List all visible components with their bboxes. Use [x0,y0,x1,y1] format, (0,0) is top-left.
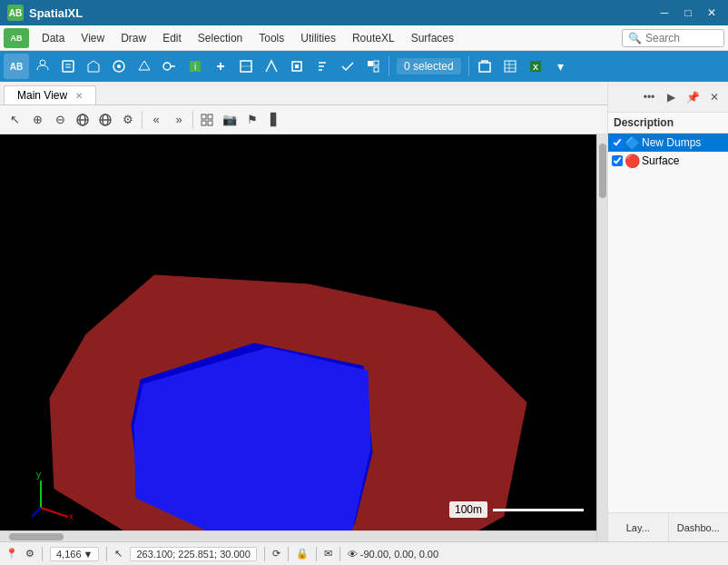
vt-camera-btn[interactable]: 📷 [219,109,241,131]
toolbar-more-btn[interactable]: ▾ [549,55,573,78]
rp-play-btn[interactable]: ▶ [661,87,681,107]
toolbar-btn-3[interactable] [82,55,105,78]
cursor-icon: ↖ [114,548,123,560]
menu-utilities[interactable]: Utilities [293,29,343,47]
rp-close-btn[interactable]: ✕ [704,87,724,107]
layer-name-1: New Dumps [642,136,724,149]
minimize-button[interactable]: ─ [655,4,674,22]
toolbar-btn-1[interactable] [31,55,54,78]
angle-icon: ⟳ [272,548,280,560]
svg-rect-32 [208,114,212,119]
coord-value: 4,166 [56,549,82,560]
layer-visibility-cb-2[interactable] [612,155,623,166]
layer-list: 🔷 New Dumps 🔴 Surface [608,134,728,512]
vt-globe-btn-1[interactable] [72,109,93,131]
canvas-col: 100m y x [0,134,596,541]
rp-more-btn[interactable]: ••• [639,87,659,107]
vt-settings-btn[interactable]: ⚙ [117,109,139,131]
lock-icon: 🔒 [296,548,309,560]
toolbar-table-btn[interactable] [498,55,522,78]
svg-line-40 [41,508,68,517]
coord-display[interactable]: 4,166 ▼ [50,547,99,561]
maximize-button[interactable]: □ [679,4,697,22]
right-panel: ••• ▶ 📌 ✕ Description 🔷 New Dumps 🔴 Surf… [607,82,728,541]
settings-icon: ⚙ [25,548,34,560]
tab-close-icon[interactable]: ✕ [75,91,83,101]
svg-point-7 [163,63,171,70]
toolbar-btn-2[interactable] [56,55,80,78]
menu-draw[interactable]: Draw [113,29,153,47]
close-button[interactable]: ✕ [703,4,721,22]
app-title: SpatialXL [29,6,83,20]
svg-text:X: X [533,63,538,72]
menu-surfaces[interactable]: Surfaces [404,29,461,47]
canvas-hscroll[interactable] [0,530,596,541]
status-sep-6 [339,547,340,561]
svg-rect-17 [374,67,379,72]
main-view-tab[interactable]: Main View ✕ [4,85,96,104]
vt-select-btn[interactable]: ↖ [4,109,25,131]
toolbar-btn-14[interactable] [361,55,385,78]
toolbar-btn-7[interactable]: i [183,55,207,78]
axis-indicator: y x [27,467,82,521]
toolbar-btn-9[interactable] [234,55,258,78]
hscroll-thumb[interactable] [9,533,64,540]
svg-rect-16 [374,61,379,65]
vt-separator-2 [192,111,193,129]
layer-item-new-dumps[interactable]: 🔷 New Dumps [608,134,728,152]
toolbar-btn-8[interactable] [209,55,232,78]
rp-pin-btn[interactable]: 📌 [683,87,703,107]
svg-text:y: y [36,470,41,480]
vt-flag-btn[interactable]: ⚑ [241,109,263,131]
toolbar: AB i 0 selected [0,51,728,82]
vt-grid-btn[interactable] [196,109,218,131]
scale-line [493,509,584,511]
search-input[interactable] [645,32,718,45]
menu-edit[interactable]: Edit [155,29,189,47]
svg-rect-1 [63,61,74,72]
toolbar-excel-btn[interactable]: X [524,55,547,78]
toolbar-btn-5[interactable] [133,55,156,78]
menu-tools[interactable]: Tools [251,29,291,47]
toolbar-btn-6[interactable] [158,55,182,78]
layers-tab-label: Lay... [626,522,650,533]
canvas-svg [0,134,596,530]
toolbar-btn-12[interactable] [310,55,334,78]
status-sep-3 [264,547,265,561]
selected-count-badge: 0 selected [397,58,461,74]
vt-zoom-out-btn[interactable]: ⊖ [49,109,71,131]
svg-line-42 [32,508,41,517]
dashboard-tab[interactable]: Dashbo... [669,513,729,541]
toolbar-btn-13[interactable] [336,55,359,78]
layers-tab[interactable]: Lay... [608,513,669,541]
status-sep-2 [106,547,107,561]
toolbar-export-btn[interactable] [473,55,497,78]
dashboard-tab-label: Dashbo... [677,522,720,533]
app-logo-icon: AB [7,5,24,21]
vscroll-thumb[interactable] [599,144,606,198]
menu-view[interactable]: View [74,29,112,47]
vt-forward-btn[interactable]: » [168,109,190,131]
canvas-area-wrapper: 100m y x [0,134,607,541]
layer-visibility-cb-1[interactable] [612,137,623,148]
menu-routexl[interactable]: RouteXL [345,29,402,47]
menu-data[interactable]: Data [34,29,72,47]
scale-label: 100m [449,501,487,518]
layer-item-surface[interactable]: 🔴 Surface [608,152,728,170]
svg-text:x: x [69,511,74,521]
toolbar-btn-11[interactable] [285,55,309,78]
vt-globe-btn-2[interactable] [94,109,116,131]
menu-logo: AB [4,28,29,48]
vt-zoom-in-btn[interactable]: ⊕ [26,109,48,131]
vt-dropdown-btn[interactable]: ▋ [264,109,286,131]
toolbar-btn-4[interactable] [107,55,131,78]
status-sep-5 [316,547,317,561]
description-label: Description [608,113,728,134]
toolbar-btn-10[interactable] [260,55,283,78]
vt-back-btn[interactable]: « [145,109,167,131]
camera-coordinates: -90.00, 0.00, 0.00 [360,549,438,560]
menu-selection[interactable]: Selection [191,29,250,47]
title-bar: AB SpatialXL ─ □ ✕ [0,0,728,25]
canvas-area[interactable]: 100m y x [0,134,596,530]
canvas-vscroll[interactable] [596,134,607,541]
